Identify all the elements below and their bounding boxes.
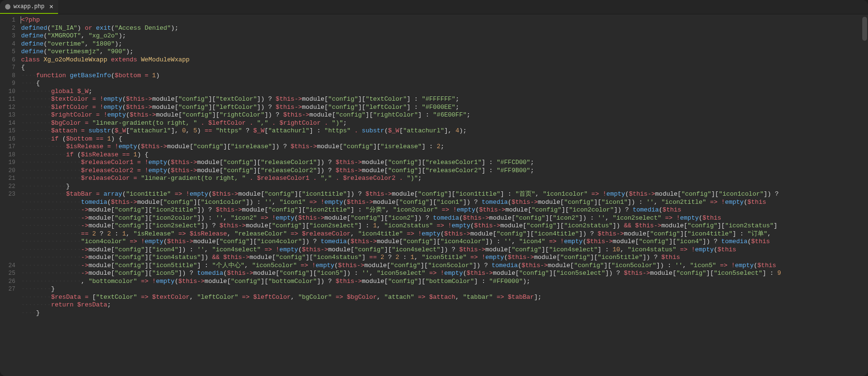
code-line: ················tomedia($this->module["c… xyxy=(19,199,868,207)
code-line: ················== 2 ? 2 : 1, "isRelease… xyxy=(19,230,868,238)
code-line: define("overtimesmjz", "900"); xyxy=(19,48,868,56)
line-number: 9 xyxy=(2,80,15,88)
line-number: 11 xyxy=(2,95,15,104)
line-number: 14 xyxy=(2,119,15,128)
line-number: 4 xyxy=(2,40,15,48)
code-line: ········$rightColor = !empty($this->modu… xyxy=(19,111,868,119)
line-number: 19 xyxy=(2,159,15,167)
code-line: ················"icon4color" => !empty($… xyxy=(19,238,868,246)
vertical-scrollbar[interactable] xyxy=(862,17,867,41)
code-line: ················->module["config"]["icon… xyxy=(19,206,868,214)
tab-bar: ⬤ wxapp.php ✕ xyxy=(0,0,868,14)
line-number xyxy=(2,199,15,207)
code-line: defined("IN_IA") or exit("Access Denied"… xyxy=(19,24,868,33)
line-number: 2 xyxy=(2,24,15,33)
code-line: ········$resData = ["textColor" => $text… xyxy=(19,294,868,302)
code-line: ················$releaseColor = "linear-… xyxy=(19,175,868,183)
line-number: 12 xyxy=(2,104,15,112)
line-number: 13 xyxy=(2,111,15,119)
code-line: <?php xyxy=(19,16,868,24)
line-number: 26 xyxy=(2,278,15,286)
line-number: 27 xyxy=(2,285,15,294)
code-line: ············$tabBar = array("icon1title"… xyxy=(19,190,868,199)
code-line: ············$isRelease = !empty($this->m… xyxy=(19,143,868,151)
code-line: { xyxy=(19,64,868,72)
line-number: 10 xyxy=(2,88,15,96)
line-number: 3 xyxy=(2,32,15,40)
code-line: ············} xyxy=(19,183,868,191)
code-line: ················->module["config"]["icon… xyxy=(19,214,868,223)
line-number: 7 xyxy=(2,64,15,72)
line-number: 24 xyxy=(2,262,15,270)
code-line: ················->module["config"]["icon… xyxy=(19,254,868,262)
code-line: ····{ xyxy=(19,80,868,88)
line-number: 5 xyxy=(2,48,15,56)
code-line: ········$textColor = !empty($this->modul… xyxy=(19,95,868,104)
editor-body: 1 2 3 4 5 6 7 8 9 10 11 12 13 14 15 16 1… xyxy=(0,14,868,376)
tab-close-icon[interactable]: ✕ xyxy=(49,2,53,11)
line-number: 1 xyxy=(2,16,15,24)
code-line: ················->module["config"]["icon… xyxy=(19,262,868,270)
line-number xyxy=(2,254,15,262)
code-line: ········$bgColor = "linear-gradient(to r… xyxy=(19,119,868,128)
file-tab[interactable]: ⬤ wxapp.php ✕ xyxy=(0,0,58,14)
line-number xyxy=(2,206,15,214)
line-number: 15 xyxy=(2,127,15,135)
line-number: 8 xyxy=(2,72,15,80)
code-line: ················$releaseColor1 = !empty(… xyxy=(19,159,868,167)
line-number xyxy=(2,230,15,238)
line-number: 20 xyxy=(2,167,15,175)
php-file-icon: ⬤ xyxy=(5,3,11,10)
code-line: ········global $_W; xyxy=(19,88,868,96)
code-line: ················->module["config"]["icon… xyxy=(19,222,868,230)
code-line: ················$releaseColor2 = !empty(… xyxy=(19,167,868,175)
line-number: 17 xyxy=(2,143,15,151)
tab-filename: wxapp.php xyxy=(13,3,45,10)
code-line: ····function getBaseInfo($bottom = 1) xyxy=(19,72,868,80)
code-line: ········} xyxy=(19,285,868,294)
code-line: class Xg_o2oModuleWxapp extends WeModule… xyxy=(19,56,868,64)
code-line: define("XMGROOT", "xg_o2o"); xyxy=(19,32,868,40)
line-number: 23 xyxy=(2,190,15,199)
line-number xyxy=(2,222,15,230)
line-number xyxy=(2,246,15,254)
code-line: ········$attach = substr($_W["attachurl"… xyxy=(19,127,868,135)
code-line: define("overtime", "1800"); xyxy=(19,40,868,48)
code-line: ········$leftColor = !empty($this->modul… xyxy=(19,104,868,112)
code-line: ················->module["config"]["icon… xyxy=(19,246,868,254)
code-line: ····} xyxy=(19,309,868,317)
code-line: ············if ($isRelease == 1) { xyxy=(19,151,868,159)
line-number xyxy=(2,214,15,223)
line-number: 22 xyxy=(2,183,15,191)
line-number xyxy=(2,238,15,246)
line-number: 16 xyxy=(2,135,15,143)
line-number: 6 xyxy=(2,56,15,64)
editor-container: ⬤ wxapp.php ✕ 1 2 3 4 5 6 7 8 9 10 11 12… xyxy=(0,0,868,376)
line-number: 21 xyxy=(2,175,15,183)
code-line: ········return $resData; xyxy=(19,301,868,309)
code-area[interactable]: <?php defined("IN_IA") or exit("Access D… xyxy=(19,14,868,376)
line-number: 25 xyxy=(2,270,15,278)
code-line: ················, "bottomcolor" => !empt… xyxy=(19,278,868,286)
line-gutter: 1 2 3 4 5 6 7 8 9 10 11 12 13 14 15 16 1… xyxy=(0,14,19,376)
line-number: 18 xyxy=(2,151,15,159)
code-line: ················->module["config"]["icon… xyxy=(19,270,868,278)
code-line: ········if ($bottom == 1) { xyxy=(19,135,868,143)
